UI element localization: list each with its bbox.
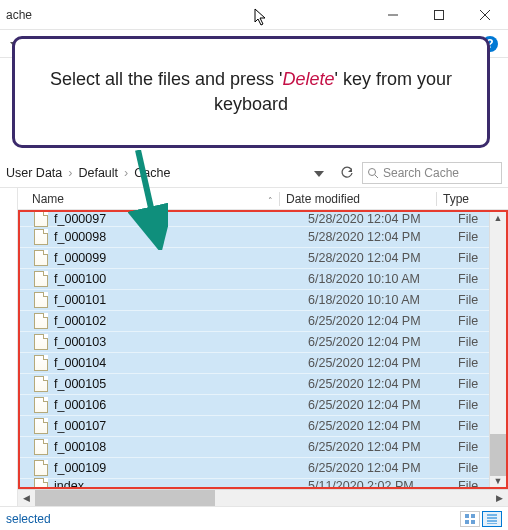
- file-name: f_000102: [54, 314, 308, 328]
- table-row[interactable]: f_0000985/28/2020 12:04 PMFile: [20, 226, 506, 247]
- refresh-button[interactable]: [336, 166, 358, 180]
- file-date: 5/28/2020 12:04 PM: [308, 230, 458, 244]
- close-button[interactable]: [462, 0, 508, 29]
- title-text: ache: [6, 8, 32, 22]
- file-viewport: f_0000975/28/2020 12:04 PMFilef_0000985/…: [18, 210, 508, 489]
- file-date: 5/28/2020 12:04 PM: [308, 212, 458, 226]
- table-row[interactable]: f_0001016/18/2020 10:10 AMFile: [20, 289, 506, 310]
- table-row[interactable]: f_0001026/25/2020 12:04 PMFile: [20, 310, 506, 331]
- horizontal-scrollbar[interactable]: ◀ ▶: [18, 489, 508, 506]
- file-name: f_000108: [54, 440, 308, 454]
- table-row[interactable]: f_0001036/25/2020 12:04 PMFile: [20, 331, 506, 352]
- window-controls: [370, 0, 508, 29]
- file-date: 6/25/2020 12:04 PM: [308, 419, 458, 433]
- file-icon: [34, 313, 48, 329]
- explorer-window: ache ? Select all the files and press 'D: [0, 0, 508, 530]
- table-row[interactable]: f_0001046/25/2020 12:04 PMFile: [20, 352, 506, 373]
- table-row[interactable]: index5/11/2020 2:02 PMFile: [20, 478, 506, 487]
- file-name: f_000104: [54, 356, 308, 370]
- file-icon: [34, 418, 48, 434]
- nav-pane-edge: [0, 188, 18, 506]
- svg-point-5: [369, 168, 376, 175]
- file-list: Name ˄ Date modified Type f_0000975/28/2…: [18, 188, 508, 506]
- address-bar-row: User Data › Default › Cache Search Cache: [0, 158, 508, 188]
- file-date: 6/18/2020 10:10 AM: [308, 293, 458, 307]
- svg-rect-8: [471, 514, 475, 518]
- table-row[interactable]: f_0001076/25/2020 12:04 PMFile: [20, 415, 506, 436]
- file-name: f_000103: [54, 335, 308, 349]
- column-header-date[interactable]: Date modified: [286, 192, 436, 206]
- file-name: f_000109: [54, 461, 308, 475]
- svg-rect-1: [435, 10, 444, 19]
- file-date: 6/25/2020 12:04 PM: [308, 377, 458, 391]
- table-row[interactable]: f_0001096/25/2020 12:04 PMFile: [20, 457, 506, 478]
- callout-text: Select all the files and press 'Delete' …: [33, 67, 469, 117]
- file-icon: [34, 229, 48, 245]
- table-row[interactable]: f_0001006/18/2020 10:10 AMFile: [20, 268, 506, 289]
- file-date: 6/25/2020 12:04 PM: [308, 461, 458, 475]
- scroll-down-button[interactable]: ▼: [490, 476, 506, 488]
- window-title: ache: [0, 8, 32, 22]
- scroll-thumb[interactable]: [490, 434, 506, 476]
- file-icon: [34, 397, 48, 413]
- instruction-callout: Select all the files and press 'Delete' …: [12, 36, 490, 148]
- search-input[interactable]: Search Cache: [362, 162, 502, 184]
- table-row[interactable]: f_0001066/25/2020 12:04 PMFile: [20, 394, 506, 415]
- file-name: f_000097: [54, 212, 308, 226]
- file-date: 5/28/2020 12:04 PM: [308, 251, 458, 265]
- scroll-right-button[interactable]: ▶: [491, 490, 508, 506]
- svg-line-6: [375, 175, 378, 178]
- file-name: f_000106: [54, 398, 308, 412]
- file-date: 6/25/2020 12:04 PM: [308, 314, 458, 328]
- file-name: f_000105: [54, 377, 308, 391]
- file-name: f_000098: [54, 230, 308, 244]
- view-large-icons-button[interactable]: [460, 511, 480, 527]
- file-icon: [34, 376, 48, 392]
- file-icon: [34, 478, 48, 488]
- file-name: f_000100: [54, 272, 308, 286]
- chevron-down-icon[interactable]: [314, 166, 332, 180]
- breadcrumb-item[interactable]: User Data: [6, 166, 62, 180]
- file-icon: [34, 292, 48, 308]
- search-icon: [367, 167, 379, 179]
- vertical-scrollbar[interactable]: ▲ ▼: [489, 212, 506, 487]
- view-details-button[interactable]: [482, 511, 502, 527]
- file-icon: [34, 439, 48, 455]
- sort-asc-icon: ˄: [268, 196, 273, 206]
- file-date: 6/25/2020 12:04 PM: [308, 335, 458, 349]
- scroll-left-button[interactable]: ◀: [18, 490, 35, 506]
- breadcrumb[interactable]: User Data › Default › Cache: [6, 166, 332, 180]
- scroll-track[interactable]: [35, 490, 491, 506]
- status-text: selected: [6, 512, 51, 526]
- file-area: Name ˄ Date modified Type f_0000975/28/2…: [0, 188, 508, 506]
- table-row[interactable]: f_0001086/25/2020 12:04 PMFile: [20, 436, 506, 457]
- scroll-up-button[interactable]: ▲: [490, 212, 506, 224]
- file-icon: [34, 271, 48, 287]
- callout-emphasis: Delete: [283, 69, 335, 89]
- column-header-name[interactable]: Name ˄: [18, 192, 279, 206]
- search-placeholder: Search Cache: [383, 166, 459, 180]
- minimize-button[interactable]: [370, 0, 416, 29]
- file-name: f_000101: [54, 293, 308, 307]
- table-row[interactable]: f_0000995/28/2020 12:04 PMFile: [20, 247, 506, 268]
- svg-rect-10: [471, 520, 475, 524]
- chevron-right-icon: ›: [68, 166, 72, 180]
- file-name: index: [54, 479, 308, 488]
- table-row[interactable]: f_0000975/28/2020 12:04 PMFile: [20, 212, 506, 226]
- file-icon: [34, 355, 48, 371]
- table-row[interactable]: f_0001056/25/2020 12:04 PMFile: [20, 373, 506, 394]
- breadcrumb-item[interactable]: Default: [78, 166, 118, 180]
- view-toggle: [460, 511, 502, 527]
- file-date: 5/11/2020 2:02 PM: [308, 479, 458, 488]
- file-date: 6/25/2020 12:04 PM: [308, 356, 458, 370]
- maximize-button[interactable]: [416, 0, 462, 29]
- scroll-thumb[interactable]: [35, 490, 215, 506]
- column-headers: Name ˄ Date modified Type: [18, 188, 508, 210]
- file-icon: [34, 460, 48, 476]
- chevron-right-icon: ›: [124, 166, 128, 180]
- breadcrumb-item[interactable]: Cache: [134, 166, 170, 180]
- file-date: 6/18/2020 10:10 AM: [308, 272, 458, 286]
- svg-rect-9: [465, 520, 469, 524]
- column-header-type[interactable]: Type: [443, 192, 491, 206]
- file-icon: [34, 334, 48, 350]
